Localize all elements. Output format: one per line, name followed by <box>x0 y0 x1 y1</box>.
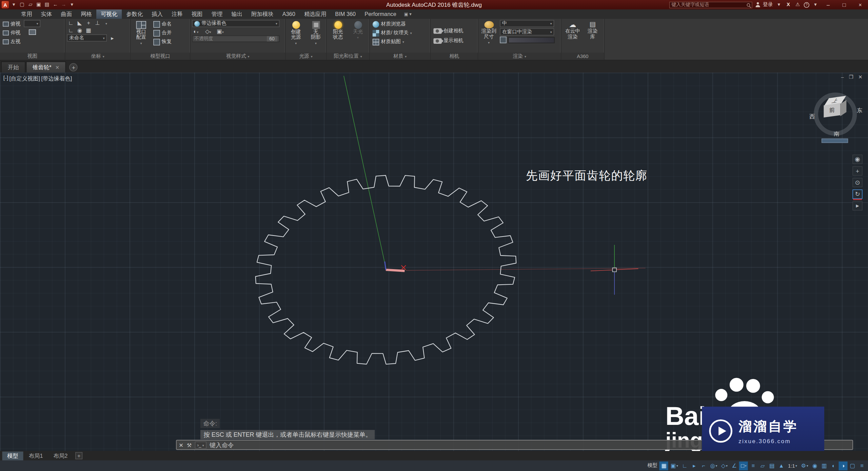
viewport-close-icon[interactable]: ✕ <box>858 74 862 80</box>
panel-label-coordinates[interactable]: 坐标▾ <box>65 53 130 60</box>
ribbon-tab[interactable]: 插入 <box>147 10 167 19</box>
panel-label-a360[interactable]: A360 <box>561 53 604 60</box>
visual-style-face-icon[interactable]: ◐▾ <box>192 28 200 34</box>
customization[interactable]: ≡ <box>857 461 866 470</box>
ucs-z-axis-icon[interactable]: ⊥ <box>94 20 101 26</box>
navigation-wheel-icon[interactable]: ◉ <box>852 155 862 164</box>
layout-tab[interactable]: 模型 <box>2 451 23 460</box>
pan-icon[interactable]: + <box>852 166 862 176</box>
restore-viewports-button[interactable]: 恢复 <box>152 38 173 46</box>
new-file-icon[interactable]: ▢ <box>19 1 26 9</box>
selection-cycling[interactable]: ▤ <box>768 461 776 470</box>
close-button[interactable]: × <box>854 0 867 9</box>
view-bottom-button[interactable]: 仰视 <box>2 29 22 37</box>
file-tab-document[interactable]: 锥齿轮* ✕ <box>26 61 66 73</box>
ribbon-tab[interactable]: 视图 <box>187 10 207 19</box>
sign-in-button[interactable]: 登录 <box>763 1 773 8</box>
ribbon-tab[interactable]: 实体 <box>37 10 57 19</box>
view-manager-button[interactable] <box>24 28 40 36</box>
command-customize-icon[interactable]: ⚒ <box>187 442 192 448</box>
named-viewports-button[interactable]: 命名 <box>152 20 173 28</box>
ribbon-tab[interactable]: 常用 <box>17 10 37 19</box>
object-snap-tracking[interactable]: ∠ <box>730 461 739 470</box>
ribbon-tab[interactable]: 曲面 <box>57 10 77 19</box>
ribbon-tab[interactable]: 精选应用 <box>300 10 331 19</box>
materials-browser-button[interactable]: 材质浏览器 <box>372 20 429 28</box>
render-in-cloud-button[interactable]: ☁ 在云中 渲染 <box>564 20 581 52</box>
annotation-scale[interactable]: 1:1▾ <box>786 461 799 470</box>
visual-style-edge-icon[interactable]: ◇▾ <box>204 28 212 34</box>
quick-properties[interactable]: ▥ <box>820 461 829 470</box>
close-tab-icon[interactable]: ✕ <box>55 64 59 70</box>
viewport-restore-icon[interactable]: ❐ <box>849 74 853 80</box>
qat-dropdown-icon[interactable]: ▾ <box>68 1 75 9</box>
render-output-icon[interactable] <box>500 37 507 43</box>
dynamic-input[interactable]: ▸ <box>690 461 698 470</box>
ribbon-tab[interactable]: Performance <box>360 10 401 19</box>
visual-style-dropdown[interactable]: 带边缘着色▾ <box>192 20 280 27</box>
autocad-logo-icon[interactable]: A <box>2 1 9 8</box>
panel-label-view[interactable]: 视图 <box>0 53 65 60</box>
redo-icon[interactable]: → <box>60 1 67 9</box>
new-tab-button[interactable]: + <box>70 63 78 71</box>
viewcube-east-label[interactable]: 东 <box>857 107 862 115</box>
render-quality-dropdown[interactable]: 中▾ <box>500 20 554 27</box>
help-icon[interactable]: ? <box>804 2 809 7</box>
viewcube[interactable]: 西 东 南 上 前 <box>808 88 865 145</box>
ribbon-minimize-button[interactable]: ▣▾ <box>404 10 412 19</box>
show-cameras-button[interactable]: 显示相机 <box>432 37 476 45</box>
join-viewports-button[interactable]: 合并 <box>152 29 173 37</box>
viewport-menu-control[interactable]: [-] <box>3 75 8 82</box>
plot-icon[interactable]: ▤ <box>44 1 51 9</box>
showmotion-icon[interactable]: ▸ <box>852 201 862 211</box>
help-arrow-icon[interactable]: ▾ <box>812 1 819 9</box>
save-icon[interactable]: ▣ <box>35 1 42 9</box>
exchange-apps-icon[interactable]: X <box>785 1 792 9</box>
isometric-drafting[interactable]: ◇▾ <box>719 461 729 470</box>
panel-label-visual-styles[interactable]: 视觉样式▾ <box>191 53 285 60</box>
ucs-icon[interactable]: ∟ <box>67 20 75 26</box>
ribbon-tab[interactable]: BIM 360 <box>331 10 360 19</box>
render-gallery-button[interactable]: ▤ 渲染 库 <box>584 20 601 52</box>
file-tab-start[interactable]: 开始 <box>1 61 25 73</box>
transparency[interactable]: ▱ <box>758 461 767 470</box>
command-recent-dropdown[interactable]: ›_▾ <box>195 441 206 448</box>
user-account-icon[interactable] <box>755 2 760 7</box>
render-to-size-button[interactable]: 渲染到 尺寸 ▾ <box>480 20 498 52</box>
materials-texture-toggle-button[interactable]: 材质/ 纹理关▾ <box>372 29 429 37</box>
clean-screen[interactable]: ▢ <box>848 461 857 470</box>
panel-label-render[interactable]: 渲染▾ <box>478 53 561 60</box>
layout-tab[interactable]: 布局2 <box>48 451 73 460</box>
view-top-button[interactable]: 俯视 <box>2 20 22 28</box>
ribbon-tab[interactable]: 附加模块 <box>247 10 278 19</box>
viewcube-west-label[interactable]: 西 <box>809 113 815 121</box>
viewport-minimize-icon[interactable]: – <box>841 74 844 80</box>
viewport-configuration-button[interactable]: 视口 配置 ▾ <box>132 20 150 52</box>
snap-mode[interactable]: ▣▾ <box>669 461 680 470</box>
workspace-switching[interactable]: ⚙▾ <box>800 461 810 470</box>
open-file-icon[interactable]: ▱ <box>27 1 34 9</box>
panel-label-materials[interactable]: 材质▾ <box>370 53 430 60</box>
orbit-icon[interactable]: ↻ <box>852 189 862 199</box>
command-close-icon[interactable]: ✕ <box>179 442 183 448</box>
ribbon-tab[interactable]: 可视化 <box>96 10 122 19</box>
create-light-button[interactable]: 创建 光源 ▾ <box>287 20 305 52</box>
ucs-view-icon[interactable]: ▦ <box>85 27 93 33</box>
viewcube-wcs-menu[interactable] <box>822 138 848 143</box>
viewport-view-control[interactable]: [自定义视图] <box>9 75 40 82</box>
infer-constraints[interactable]: ∟ <box>680 461 689 470</box>
isolate-objects[interactable]: ◐ <box>829 461 838 470</box>
sun-status-button[interactable]: 阳光 状态 <box>329 20 347 52</box>
view-left-button[interactable]: 左视 <box>2 38 22 46</box>
drawing-area[interactable]: [-] [自定义视图] [带边缘着色] – ❐ ✕ 先画好平面齿轮的轮廓 西 东… <box>0 73 868 451</box>
new-layout-button[interactable]: + <box>75 452 82 459</box>
undo-icon[interactable]: ← <box>52 1 59 9</box>
visual-style-shadow-icon[interactable]: ▣▾ <box>216 28 224 34</box>
command-input[interactable]: 键入命令 <box>210 441 234 449</box>
object-snap[interactable]: □▾ <box>739 461 748 470</box>
viewcube-south-label[interactable]: 南 <box>834 130 839 138</box>
grid-display[interactable]: ▦ <box>659 461 668 470</box>
app-menu-arrow-icon[interactable]: ▾ <box>11 1 17 9</box>
stay-connected-icon[interactable]: ⚠ <box>794 1 801 9</box>
lineweight[interactable]: ≡ <box>749 461 757 470</box>
